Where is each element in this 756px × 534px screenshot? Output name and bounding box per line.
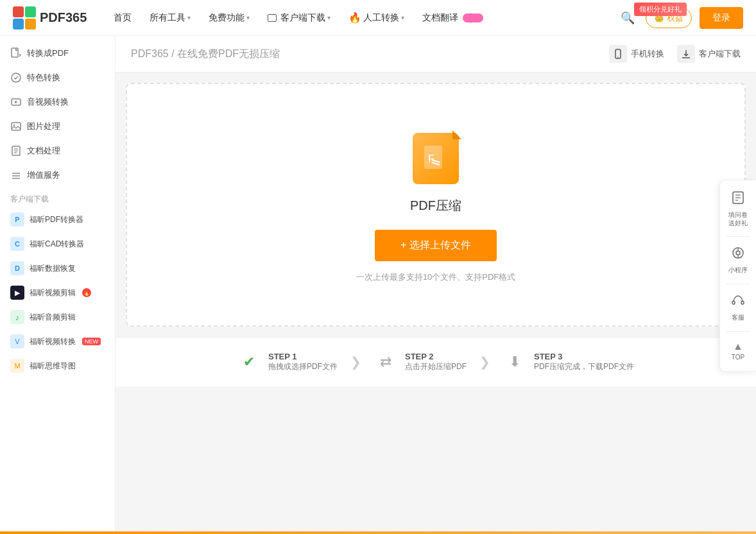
sidebar-app-cad-label: 福昕CAD转换器 — [30, 239, 84, 250]
upload-section: F PDF压缩 + 选择上传文件 一次上传最多支持10个文件、支持PDF格式 — [126, 83, 746, 327]
survey-icon — [731, 191, 745, 208]
sidebar-item-image[interactable]: 图片处理 — [0, 114, 115, 139]
sidebar-item-convert-to-pdf[interactable]: 转换成PDF — [0, 41, 115, 65]
client-download-label: 客户端下载 — [699, 48, 741, 60]
nav-human-convert[interactable]: 🔥 人工转换 ▾ — [341, 8, 412, 28]
nav-free[interactable]: 免费功能 ▾ — [201, 8, 257, 28]
step-2-num: STEP 2 — [405, 352, 467, 361]
pdf-compress-icon: F — [413, 133, 459, 184]
nav-menu: 首页 所有工具 ▾ 免费功能 ▾ 客户端下载 ▾ 🔥 人工转换 ▾ 文档翻译 — [106, 8, 617, 28]
video-edit-icon: ▶ — [10, 286, 24, 300]
svg-marker-7 — [15, 101, 18, 103]
breadcrumb-actions: 手机转换 客户端下载 — [609, 45, 741, 63]
panel-divider-1 — [726, 236, 750, 237]
step-2-text: STEP 2 点击开始压缩PDF — [405, 352, 467, 372]
step-3-text: STEP 3 PDF压缩完成，下载PDF文件 — [534, 352, 634, 372]
panel-divider-3 — [726, 331, 750, 332]
logo[interactable]: PDF365 — [13, 6, 87, 30]
svg-rect-0 — [13, 6, 24, 17]
sidebar-app-pdf[interactable]: P 福昕PDF转换器 — [0, 207, 115, 232]
upload-title: PDF压缩 — [410, 197, 461, 214]
panel-divider-2 — [726, 284, 750, 284]
chevron-down-icon: ▾ — [187, 14, 191, 21]
sidebar-app-vtrans[interactable]: V 福昕视频转换 NEW — [0, 329, 115, 354]
step-1: ✔ STEP 1 拖拽或选择PDF文件 — [237, 350, 338, 374]
nav-all-tools[interactable]: 所有工具 ▾ — [142, 8, 198, 28]
svg-rect-32 — [732, 301, 735, 304]
sidebar-app-mind[interactable]: M 福昕思维导图 — [0, 354, 115, 378]
step-3-num: STEP 3 — [534, 352, 634, 361]
svg-rect-1 — [25, 6, 36, 17]
breadcrumb-bar: PDF365 / 在线免费PDF无损压缩 手机转换 客户端下载 — [116, 36, 756, 73]
nav-download[interactable]: 客户端下载 ▾ — [260, 8, 338, 28]
sidebar-app-data-label: 福昕数据恢复 — [30, 263, 76, 274]
image-icon — [10, 121, 22, 132]
step-2: ⇄ STEP 2 点击开始压缩PDF — [374, 350, 467, 374]
sidebar-label-vip: 增值服务 — [27, 169, 60, 181]
sidebar-app-vtrans-label: 福昕视频转换 — [30, 336, 76, 347]
svg-rect-4 — [12, 48, 18, 57]
mobile-icon — [609, 45, 627, 63]
chevron-down-icon: ▾ — [327, 14, 331, 21]
av-convert-icon — [10, 96, 22, 108]
step-3-desc: PDF压缩完成，下载PDF文件 — [534, 361, 634, 372]
bottom-progress-bar — [0, 531, 756, 534]
cad-converter-icon: C — [10, 237, 24, 251]
audio-edit-icon: ♪ — [10, 310, 24, 324]
sidebar-label-doc: 文档处理 — [27, 145, 60, 157]
sidebar-app-data[interactable]: D 福昕数据恢复 — [0, 256, 115, 280]
sidebar-item-vip[interactable]: 增值服务 — [0, 163, 115, 187]
customer-service-button[interactable]: 客服 — [723, 288, 753, 327]
step-1-desc: 拖拽或选择PDF文件 — [268, 361, 338, 372]
upload-hint: 一次上传最多支持10个文件、支持PDF格式 — [356, 271, 515, 283]
survey-button[interactable]: 填问卷送好礼 — [723, 185, 753, 232]
fire-icon: 🔥 — [348, 12, 361, 24]
new-badge: NEW — [82, 338, 101, 345]
sidebar-item-av-convert[interactable]: 音视频转换 — [0, 90, 115, 114]
nav-home[interactable]: 首页 — [106, 8, 139, 28]
sidebar-item-doc[interactable]: 文档处理 — [0, 139, 115, 163]
sidebar-app-mind-label: 福昕思维导图 — [30, 361, 76, 372]
doc-icon — [10, 145, 22, 157]
content-area: PDF365 / 在线免费PDF无损压缩 手机转换 客户端下载 — [116, 36, 756, 531]
logo-icon — [13, 6, 36, 30]
client-download-section: 客户端下载 — [0, 187, 115, 207]
breadcrumb: PDF365 / 在线免费PDF无损压缩 — [131, 47, 280, 61]
video-trans-icon: V — [10, 334, 24, 349]
svg-rect-2 — [13, 19, 24, 30]
convert-pdf-icon — [10, 47, 22, 59]
sidebar-label-special-convert: 特色转换 — [27, 72, 60, 83]
step-1-text: STEP 1 拖拽或选择PDF文件 — [268, 352, 338, 372]
step-arrow-1: ❯ — [350, 354, 361, 370]
download-icon — [677, 45, 695, 63]
mobile-convert-button[interactable]: 手机转换 — [609, 45, 664, 63]
vip-icon — [10, 169, 22, 181]
sidebar-app-video-edit[interactable]: ▶ 福昕视频剪辑 🔥 — [0, 280, 115, 305]
svg-point-29 — [736, 251, 740, 255]
miniapp-button[interactable]: 小程序 — [723, 241, 753, 280]
sidebar-app-cad[interactable]: C 福昕CAD转换器 — [0, 232, 115, 256]
breadcrumb-current: 在线免费PDF无损压缩 — [177, 48, 280, 59]
gift-badge[interactable]: 领积分兑好礼 — [634, 3, 687, 16]
sidebar-label-image: 图片处理 — [27, 121, 60, 132]
back-to-top-button[interactable]: ▲ TOP — [728, 336, 748, 366]
client-download-button[interactable]: 客户端下载 — [677, 45, 741, 63]
sidebar-app-audio[interactable]: ♪ 福昕音频剪辑 — [0, 305, 115, 329]
data-recovery-icon: D — [10, 261, 24, 275]
step-3-icon: ⬇ — [503, 350, 526, 374]
svg-point-18 — [617, 56, 619, 58]
upload-button[interactable]: + 选择上传文件 — [375, 230, 497, 261]
breadcrumb-slash: / — [171, 48, 177, 59]
sidebar-app-pdf-label: 福昕PDF转换器 — [30, 214, 83, 225]
sidebar-item-special-convert[interactable]: 特色转换 — [0, 65, 115, 90]
sidebar-app-video-edit-label: 福昕视频剪辑 — [30, 288, 76, 298]
nav-translate[interactable]: 文档翻译 — [415, 8, 491, 28]
step-1-num: STEP 1 — [268, 352, 338, 361]
survey-label: 填问卷送好礼 — [728, 211, 748, 227]
right-panel: 填问卷送好礼 小程序 客服 ▲ TOP — [719, 180, 756, 372]
step-1-icon: ✔ — [237, 350, 261, 374]
headphone-icon — [731, 293, 745, 311]
login-button[interactable]: 登录 — [700, 7, 743, 29]
mind-map-icon: M — [10, 359, 24, 373]
step-2-icon: ⇄ — [374, 350, 397, 374]
